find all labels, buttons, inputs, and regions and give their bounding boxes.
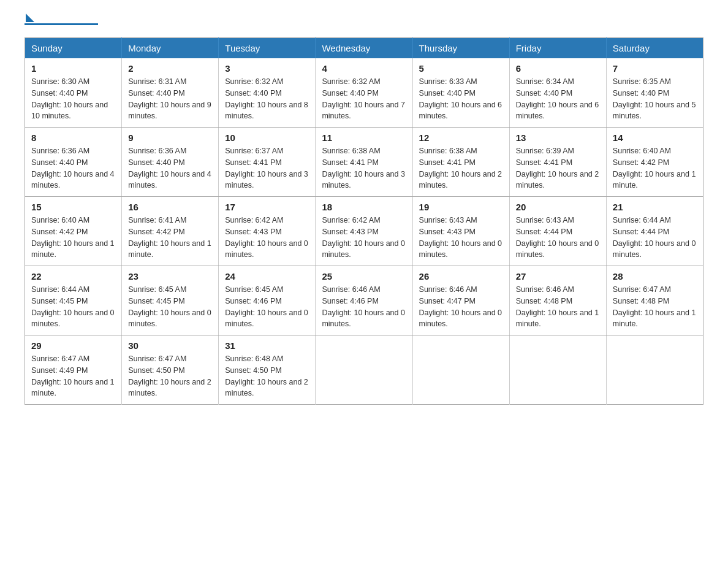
day-number: 14: [613, 132, 697, 143]
calendar-cell: 30 Sunrise: 6:47 AM Sunset: 4:50 PM Dayl…: [122, 335, 219, 405]
calendar-cell: 31 Sunrise: 6:48 AM Sunset: 4:50 PM Dayl…: [219, 335, 316, 405]
day-number: 28: [613, 271, 697, 282]
calendar-week-5: 29 Sunrise: 6:47 AM Sunset: 4:49 PM Dayl…: [25, 335, 703, 405]
day-info: Sunrise: 6:33 AM Sunset: 4:40 PM Dayligh…: [419, 76, 503, 122]
calendar-cell: [606, 335, 703, 405]
day-number: 1: [31, 63, 115, 74]
day-number: 13: [516, 132, 600, 143]
day-info: Sunrise: 6:31 AM Sunset: 4:40 PM Dayligh…: [128, 76, 212, 122]
calendar-cell: 1 Sunrise: 6:30 AM Sunset: 4:40 PM Dayli…: [25, 58, 122, 128]
day-info: Sunrise: 6:42 AM Sunset: 4:43 PM Dayligh…: [322, 215, 406, 261]
calendar-cell: 3 Sunrise: 6:32 AM Sunset: 4:40 PM Dayli…: [219, 58, 316, 128]
day-number: 25: [322, 271, 406, 282]
day-number: 24: [225, 271, 309, 282]
day-number: 2: [128, 63, 212, 74]
calendar-cell: 25 Sunrise: 6:46 AM Sunset: 4:46 PM Dayl…: [316, 266, 412, 335]
calendar-cell: 5 Sunrise: 6:33 AM Sunset: 4:40 PM Dayli…: [412, 58, 509, 128]
day-info: Sunrise: 6:43 AM Sunset: 4:43 PM Dayligh…: [419, 215, 503, 261]
calendar-cell: 17 Sunrise: 6:42 AM Sunset: 4:43 PM Dayl…: [219, 197, 316, 266]
calendar-header: SundayMondayTuesdayWednesdayThursdayFrid…: [25, 38, 703, 59]
calendar-cell: 16 Sunrise: 6:41 AM Sunset: 4:42 PM Dayl…: [122, 197, 219, 266]
calendar-cell: 26 Sunrise: 6:46 AM Sunset: 4:47 PM Dayl…: [412, 266, 509, 335]
weekday-header-monday: Monday: [122, 38, 219, 59]
day-info: Sunrise: 6:32 AM Sunset: 4:40 PM Dayligh…: [322, 76, 406, 122]
day-info: Sunrise: 6:45 AM Sunset: 4:45 PM Dayligh…: [128, 284, 212, 330]
page-header: [25, 18, 703, 25]
calendar-cell: 4 Sunrise: 6:32 AM Sunset: 4:40 PM Dayli…: [316, 58, 412, 128]
day-info: Sunrise: 6:30 AM Sunset: 4:40 PM Dayligh…: [31, 76, 115, 122]
day-number: 29: [31, 340, 115, 351]
calendar-cell: 8 Sunrise: 6:36 AM Sunset: 4:40 PM Dayli…: [25, 128, 122, 197]
calendar-cell: 24 Sunrise: 6:45 AM Sunset: 4:46 PM Dayl…: [219, 266, 316, 335]
day-number: 11: [322, 132, 406, 143]
day-info: Sunrise: 6:47 AM Sunset: 4:49 PM Dayligh…: [31, 353, 115, 399]
calendar-week-4: 22 Sunrise: 6:44 AM Sunset: 4:45 PM Dayl…: [25, 266, 703, 335]
day-number: 10: [225, 132, 309, 143]
logo: [25, 18, 98, 25]
day-number: 18: [322, 202, 406, 212]
day-info: Sunrise: 6:38 AM Sunset: 4:41 PM Dayligh…: [419, 145, 503, 191]
day-info: Sunrise: 6:44 AM Sunset: 4:44 PM Dayligh…: [613, 215, 697, 261]
day-info: Sunrise: 6:38 AM Sunset: 4:41 PM Dayligh…: [322, 145, 406, 191]
day-info: Sunrise: 6:40 AM Sunset: 4:42 PM Dayligh…: [31, 215, 115, 261]
calendar-cell: 10 Sunrise: 6:37 AM Sunset: 4:41 PM Dayl…: [219, 128, 316, 197]
day-info: Sunrise: 6:43 AM Sunset: 4:44 PM Dayligh…: [516, 215, 600, 261]
day-info: Sunrise: 6:45 AM Sunset: 4:46 PM Dayligh…: [225, 284, 309, 330]
weekday-header-row: SundayMondayTuesdayWednesdayThursdayFrid…: [25, 38, 703, 59]
calendar-cell: [412, 335, 509, 405]
calendar-cell: 28 Sunrise: 6:47 AM Sunset: 4:48 PM Dayl…: [606, 266, 703, 335]
calendar-cell: 11 Sunrise: 6:38 AM Sunset: 4:41 PM Dayl…: [316, 128, 412, 197]
day-info: Sunrise: 6:35 AM Sunset: 4:40 PM Dayligh…: [613, 76, 697, 122]
calendar-cell: 13 Sunrise: 6:39 AM Sunset: 4:41 PM Dayl…: [509, 128, 606, 197]
day-info: Sunrise: 6:32 AM Sunset: 4:40 PM Dayligh…: [225, 76, 309, 122]
day-info: Sunrise: 6:42 AM Sunset: 4:43 PM Dayligh…: [225, 215, 309, 261]
day-info: Sunrise: 6:46 AM Sunset: 4:47 PM Dayligh…: [419, 284, 503, 330]
day-info: Sunrise: 6:36 AM Sunset: 4:40 PM Dayligh…: [128, 145, 212, 191]
day-number: 4: [322, 63, 406, 74]
day-info: Sunrise: 6:47 AM Sunset: 4:48 PM Dayligh…: [613, 284, 697, 330]
calendar-cell: 14 Sunrise: 6:40 AM Sunset: 4:42 PM Dayl…: [606, 128, 703, 197]
day-info: Sunrise: 6:44 AM Sunset: 4:45 PM Dayligh…: [31, 284, 115, 330]
weekday-header-friday: Friday: [509, 38, 606, 59]
day-number: 19: [419, 202, 503, 212]
calendar-cell: 6 Sunrise: 6:34 AM Sunset: 4:40 PM Dayli…: [509, 58, 606, 128]
day-info: Sunrise: 6:46 AM Sunset: 4:48 PM Dayligh…: [516, 284, 600, 330]
day-number: 5: [419, 63, 503, 74]
day-info: Sunrise: 6:37 AM Sunset: 4:41 PM Dayligh…: [225, 145, 309, 191]
day-number: 3: [225, 63, 309, 74]
weekday-header-saturday: Saturday: [606, 38, 703, 59]
day-number: 17: [225, 202, 309, 212]
day-number: 30: [128, 340, 212, 351]
logo-underline: [25, 23, 98, 25]
calendar-cell: 22 Sunrise: 6:44 AM Sunset: 4:45 PM Dayl…: [25, 266, 122, 335]
day-number: 15: [31, 202, 115, 212]
calendar-cell: 20 Sunrise: 6:43 AM Sunset: 4:44 PM Dayl…: [509, 197, 606, 266]
calendar-cell: 15 Sunrise: 6:40 AM Sunset: 4:42 PM Dayl…: [25, 197, 122, 266]
calendar-table: SundayMondayTuesdayWednesdayThursdayFrid…: [25, 37, 703, 405]
day-info: Sunrise: 6:48 AM Sunset: 4:50 PM Dayligh…: [225, 353, 309, 399]
day-info: Sunrise: 6:39 AM Sunset: 4:41 PM Dayligh…: [516, 145, 600, 191]
day-number: 22: [31, 271, 115, 282]
calendar-cell: 7 Sunrise: 6:35 AM Sunset: 4:40 PM Dayli…: [606, 58, 703, 128]
day-info: Sunrise: 6:47 AM Sunset: 4:50 PM Dayligh…: [128, 353, 212, 399]
calendar-cell: 9 Sunrise: 6:36 AM Sunset: 4:40 PM Dayli…: [122, 128, 219, 197]
weekday-header-wednesday: Wednesday: [316, 38, 412, 59]
calendar-cell: 12 Sunrise: 6:38 AM Sunset: 4:41 PM Dayl…: [412, 128, 509, 197]
day-info: Sunrise: 6:41 AM Sunset: 4:42 PM Dayligh…: [128, 215, 212, 261]
day-number: 7: [613, 63, 697, 74]
calendar-cell: 19 Sunrise: 6:43 AM Sunset: 4:43 PM Dayl…: [412, 197, 509, 266]
day-number: 26: [419, 271, 503, 282]
day-number: 23: [128, 271, 212, 282]
day-number: 9: [128, 132, 212, 143]
day-info: Sunrise: 6:46 AM Sunset: 4:46 PM Dayligh…: [322, 284, 406, 330]
day-info: Sunrise: 6:34 AM Sunset: 4:40 PM Dayligh…: [516, 76, 600, 122]
calendar-week-1: 1 Sunrise: 6:30 AM Sunset: 4:40 PM Dayli…: [25, 58, 703, 128]
weekday-header-thursday: Thursday: [412, 38, 509, 59]
day-number: 8: [31, 132, 115, 143]
calendar-cell: [509, 335, 606, 405]
day-number: 31: [225, 340, 309, 351]
day-info: Sunrise: 6:36 AM Sunset: 4:40 PM Dayligh…: [31, 145, 115, 191]
calendar-cell: 27 Sunrise: 6:46 AM Sunset: 4:48 PM Dayl…: [509, 266, 606, 335]
calendar-cell: 18 Sunrise: 6:42 AM Sunset: 4:43 PM Dayl…: [316, 197, 412, 266]
calendar-cell: 29 Sunrise: 6:47 AM Sunset: 4:49 PM Dayl…: [25, 335, 122, 405]
